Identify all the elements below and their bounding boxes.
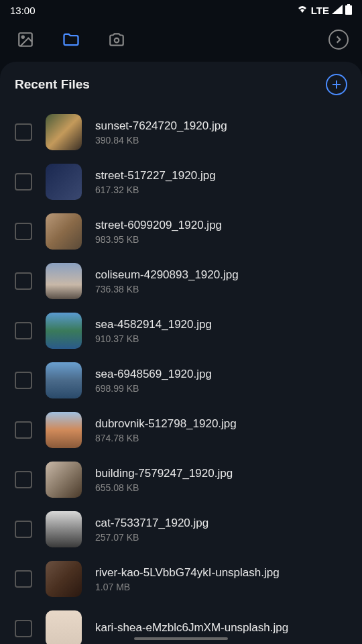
file-name: river-kao-5LVbbG74ykI-unsplash.jpg [95,566,280,580]
file-name: dubrovnik-512798_1920.jpg [95,417,237,431]
list-item[interactable]: sea-4582914_1920.jpg 910.37 KB [0,306,362,356]
file-info: street-6099209_1920.jpg 983.95 KB [95,219,222,245]
svg-point-3 [22,36,24,38]
add-button[interactable] [326,74,347,95]
checkbox[interactable] [15,421,32,439]
panel-header: Recent Files [0,74,362,95]
thumbnail[interactable] [46,213,82,250]
file-name: kari-shea-eMzblc6JmXM-unsplash.jpg [95,621,288,635]
file-size: 1.07 MB [95,582,280,592]
thumbnail[interactable] [46,610,82,644]
file-size: 390.84 KB [95,135,227,146]
toolbar [0,20,362,59]
list-item[interactable]: sunset-7624720_1920.jpg 390.84 KB [0,107,362,157]
list-item[interactable]: dubrovnik-512798_1920.jpg 874.78 KB [0,405,362,455]
list-item[interactable]: coliseum-4290893_1920.jpg 736.38 KB [0,256,362,306]
thumbnail[interactable] [46,164,82,200]
list-item[interactable]: street-517227_1920.jpg 617.32 KB [0,157,362,207]
thumbnail[interactable] [46,313,82,349]
camera-tab-icon[interactable] [107,30,126,49]
file-size: 617.32 KB [95,184,216,195]
page-title: Recent Files [15,77,90,92]
file-name: sea-4582914_1920.jpg [95,318,212,331]
checkbox[interactable] [15,620,32,637]
checkbox[interactable] [15,521,32,538]
status-time: 13:00 [10,5,36,16]
file-list[interactable]: sunset-7624720_1920.jpg 390.84 KB street… [0,107,362,644]
file-info: coliseum-4290893_1920.jpg 736.38 KB [95,268,239,294]
checkbox[interactable] [15,123,32,141]
file-info: kari-shea-eMzblc6JmXM-unsplash.jpg [95,621,288,637]
thumbnail[interactable] [46,511,82,547]
file-info: river-kao-5LVbbG74ykI-unsplash.jpg 1.07 … [95,566,280,592]
list-item[interactable]: building-7579247_1920.jpg 655.08 KB [0,455,362,504]
file-name: sea-6948569_1920.jpg [95,368,212,381]
thumbnail[interactable] [46,263,82,299]
svg-point-4 [115,38,119,43]
file-info: street-517227_1920.jpg 617.32 KB [95,169,216,195]
file-name: coliseum-4290893_1920.jpg [95,268,239,282]
list-item[interactable]: river-kao-5LVbbG74ykI-unsplash.jpg 1.07 … [0,554,362,604]
list-item[interactable]: street-6099209_1920.jpg 983.95 KB [0,207,362,256]
checkbox[interactable] [15,372,32,389]
folder-tab-icon[interactable] [62,30,80,49]
file-name: cat-7533717_1920.jpg [95,517,208,530]
checkbox[interactable] [15,173,32,191]
thumbnail[interactable] [46,462,82,498]
file-size: 983.95 KB [95,234,222,245]
thumbnail[interactable] [46,561,82,597]
checkbox[interactable] [15,471,32,488]
proceed-button[interactable] [328,30,349,50]
file-name: sunset-7624720_1920.jpg [95,119,227,133]
gallery-tab-icon[interactable] [16,30,35,49]
file-size: 257.07 KB [95,532,208,543]
file-info: sea-4582914_1920.jpg 910.37 KB [95,318,212,344]
list-item[interactable]: cat-7533717_1920.jpg 257.07 KB [0,504,362,554]
file-name: street-517227_1920.jpg [95,169,216,182]
thumbnail[interactable] [46,362,82,398]
file-size: 910.37 KB [95,333,212,344]
file-size: 698.99 KB [95,383,212,394]
checkbox[interactable] [15,322,32,339]
file-info: dubrovnik-512798_1920.jpg 874.78 KB [95,417,237,443]
list-item[interactable]: sea-6948569_1920.jpg 698.99 KB [0,356,362,405]
signal-icon [332,5,343,16]
file-size: 874.78 KB [95,433,237,443]
network-label: LTE [311,5,329,16]
checkbox[interactable] [15,570,32,588]
file-size: 736.38 KB [95,284,239,294]
thumbnail[interactable] [46,412,82,448]
checkbox[interactable] [15,272,32,290]
checkbox[interactable] [15,223,32,240]
file-size: 655.08 KB [95,482,233,493]
wifi-icon [296,5,308,16]
svg-rect-0 [347,4,350,5]
file-name: building-7579247_1920.jpg [95,467,233,480]
status-right: LTE [296,4,352,17]
file-name: street-6099209_1920.jpg [95,219,222,232]
status-bar: 13:00 LTE [0,0,362,20]
file-info: sunset-7624720_1920.jpg 390.84 KB [95,119,227,146]
file-info: building-7579247_1920.jpg 655.08 KB [95,467,233,493]
file-info: sea-6948569_1920.jpg 698.99 KB [95,368,212,394]
main-panel: Recent Files sunset-7624720_1920.jpg 390… [0,62,362,644]
svg-rect-1 [345,5,352,15]
thumbnail[interactable] [46,114,82,150]
home-indicator[interactable] [134,637,228,640]
file-info: cat-7533717_1920.jpg 257.07 KB [95,517,208,543]
battery-icon [345,4,352,17]
